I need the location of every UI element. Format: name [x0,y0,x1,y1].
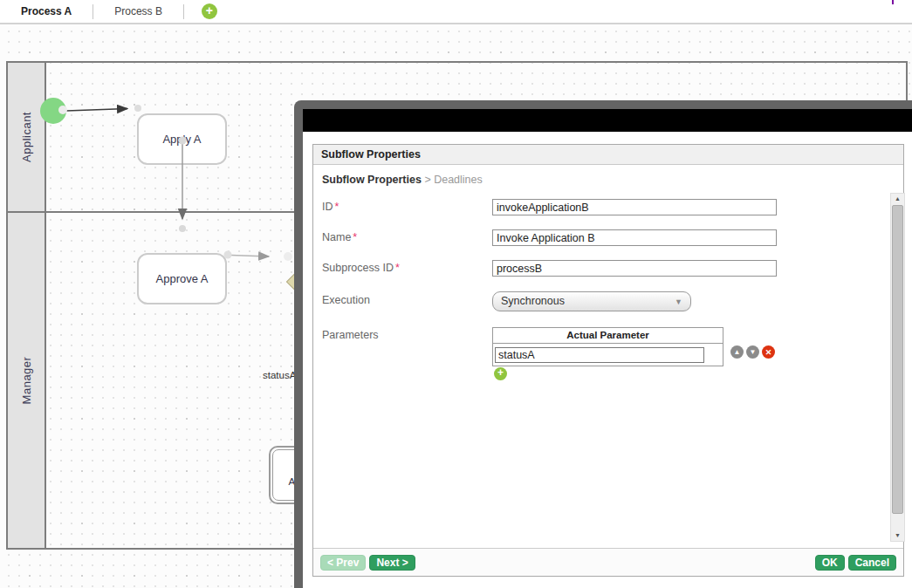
execution-dropdown[interactable]: Synchronous ▼ [492,291,691,311]
name-input[interactable] [492,229,777,246]
name-label-text: Name [322,231,351,243]
required-marker: * [335,201,339,213]
delete-row-icon[interactable]: ✕ [762,345,775,359]
next-button[interactable]: Next > [369,555,415,571]
parameters-table-header: Actual Parameter [493,328,723,344]
dialog-scrollbar[interactable]: ▲ ▼ [890,193,905,542]
move-down-icon[interactable]: ▼ [746,345,759,359]
lane-applicant-label: Applicant [20,112,33,162]
parameter-row-actions: ▲ ▼ ✕ [730,345,775,359]
tab-process-a[interactable]: Process A [0,5,93,17]
execution-selected-value: Synchronous [501,295,565,307]
add-parameter-icon[interactable]: + [494,367,507,380]
scrollbar-down-arrow-icon[interactable]: ▼ [891,530,904,541]
required-marker: * [353,231,357,243]
dialog-panel: Subflow Properties Subflow Properties > … [312,144,904,577]
dialog-title: Subflow Properties [313,145,903,165]
parameter-value-input[interactable] [495,347,704,363]
breadcrumb: Subflow Properties > Deadlines [322,174,483,186]
dialog-titlebar[interactable] [303,109,912,132]
id-label: ID* [322,201,339,213]
subprocess-id-label: Subprocess ID* [322,262,400,274]
scrollbar-track[interactable] [891,204,904,530]
subprocess-id-label-text: Subprocess ID [322,262,394,274]
tab-separator [183,4,184,19]
process-tab-bar: Process A Process B + [0,0,912,24]
cancel-button[interactable]: Cancel [848,555,896,571]
ok-button[interactable]: OK [815,555,845,571]
tab-process-b[interactable]: Process B [93,5,183,17]
scrollbar-thumb[interactable] [892,205,903,514]
prev-button[interactable]: < Prev [320,555,366,571]
add-process-button[interactable]: + [202,3,217,19]
scrollbar-up-arrow-icon[interactable]: ▲ [891,194,904,204]
subprocess-id-input[interactable] [492,260,777,277]
parameters-label-text: Parameters [322,329,379,341]
task-apply-a[interactable]: Apply A [137,113,227,165]
lane-manager-header[interactable]: Manager [8,213,46,548]
subflow-properties-dialog: Subflow Properties Subflow Properties > … [294,100,912,588]
move-up-icon[interactable]: ▲ [730,345,744,359]
parameters-table: Actual Parameter [492,327,723,366]
parameters-label: Parameters [322,329,379,341]
id-input[interactable] [492,199,777,215]
lane-applicant-header[interactable]: Applicant [8,63,46,211]
breadcrumb-current[interactable]: Subflow Properties [322,174,422,186]
execution-label: Execution [322,294,370,306]
id-label-text: ID [322,201,333,213]
execution-label-text: Execution [322,294,370,306]
name-label: Name* [322,231,357,243]
breadcrumb-deadlines[interactable]: Deadlines [434,174,483,186]
dropdown-arrow-icon: ▼ [675,297,682,307]
required-marker: * [395,262,400,274]
breadcrumb-separator: > [422,174,434,186]
task-apply-a-label: Apply A [162,133,201,146]
task-approve-a[interactable]: Approve A [137,253,227,304]
screen-artifact [892,0,894,4]
lane-manager-label: Manager [20,357,33,405]
task-approve-a-label: Approve A [156,272,209,285]
dialog-footer: < Prev Next > OK Cancel [313,548,903,576]
